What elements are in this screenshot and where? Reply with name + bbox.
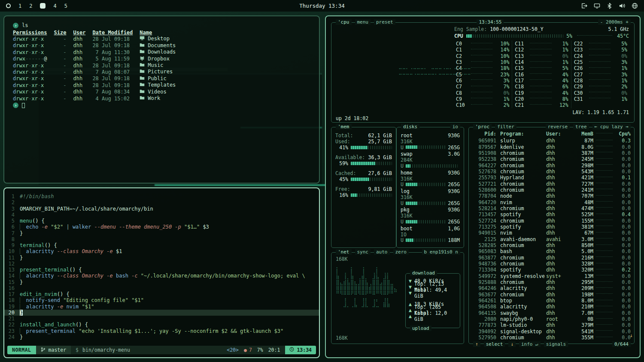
file-row[interactable]: drwx------@-dhh 5 Aug 11:59Dropbox: [13, 56, 182, 62]
column-header[interactable]: Name: [140, 30, 182, 36]
btop-window[interactable]: 'cpu menu preset 13:34:55 - 2000ms + Eng…: [325, 15, 641, 358]
process-row[interactable]: 778704nodedhh707M0.0: [472, 193, 631, 199]
file-row[interactable]: drwxr-xr-x-dhh 7 Aug 08:07Pictures: [13, 69, 182, 75]
code-line[interactable]: 23▏ present_terminal "echo 'Installing $…: [4, 328, 319, 334]
io-mode-toggle[interactable]: io: [450, 124, 460, 130]
proc-panel-title[interactable]: 'proc: [473, 124, 492, 130]
workspace-active-icon[interactable]: [40, 3, 46, 9]
process-row[interactable]: 527950chromiumdhh355M0.0: [472, 335, 631, 339]
logout-icon[interactable]: [581, 3, 587, 9]
info-button[interactable]: info ↵: [519, 341, 541, 347]
column-header[interactable]: Size: [54, 30, 73, 36]
disk-row[interactable]: log930G: [401, 188, 460, 194]
workspace-1[interactable]: 1: [18, 3, 21, 9]
process-row[interactable]: 951908chromiumdhh387M0.0: [472, 150, 631, 156]
code-line[interactable]: 8: [4, 236, 319, 242]
process-column-header[interactable]: Cpu%: [615, 131, 631, 137]
file-row[interactable]: drwxr-xr-x-dhh28 Jul 09:18Desktop: [13, 36, 182, 42]
process-row[interactable]: 965091slurpdhh87M0.3: [472, 138, 631, 144]
workspace-4[interactable]: 4: [53, 3, 56, 9]
process-row[interactable]: 964246alacrittydhh209M0.0: [472, 285, 631, 291]
code-line[interactable]: 10▏ alacritty --class Omarchy -e $1: [4, 248, 319, 254]
code-line[interactable]: 3OMARCHY_BIN_PATH=~/.local/share/omarchy…: [4, 206, 319, 212]
code-line[interactable]: 21: [4, 316, 319, 322]
code-line[interactable]: 15}: [4, 279, 319, 285]
scroll-down-indicator[interactable]: ↓: [630, 332, 633, 338]
code-line[interactable]: 6▏ echo -e "$2" | walker --dmenu --theme…: [4, 224, 319, 230]
screencast-icon[interactable]: [594, 3, 600, 9]
code-line[interactable]: 14▏ alacritty --class Omarchy -e bash -c…: [4, 273, 319, 279]
process-row[interactable]: 965083bashdhh5.0M0.0: [472, 248, 631, 254]
preset-button[interactable]: preset: [374, 19, 395, 25]
code-line[interactable]: 1#!/bin/bash: [4, 193, 319, 199]
process-row[interactable]: 549972systemd-resolvesyst+13M0.0: [472, 273, 631, 279]
code-line[interactable]: 16: [4, 285, 319, 291]
file-row[interactable]: drwxr-xr-x-dhh28 Jul 09:18Public: [13, 75, 182, 82]
editor-window[interactable]: 1#!/bin/bash23OMARCHY_BIN_PATH=~/.local/…: [3, 187, 320, 358]
process-row[interactable]: 777873lm-studiodhh379M0.0: [472, 322, 631, 328]
process-row[interactable]: 527721chromiumdhh727M0.0: [472, 181, 631, 187]
disk-row[interactable]: pkg930G: [401, 207, 460, 213]
filter-button[interactable]: filter: [495, 124, 516, 130]
process-row[interactable]: 925888chromiumdhh295M0.0: [472, 279, 631, 285]
process-row[interactable]: 952238chromiumdhh245M0.0: [472, 156, 631, 162]
code-line[interactable]: 20}: [4, 310, 319, 316]
disks-panel-title[interactable]: disks: [401, 124, 419, 130]
net-auto-button[interactable]: auto: [374, 249, 390, 255]
code-line[interactable]: 2: [4, 199, 319, 205]
process-row[interactable]: 949015nvimdhh67M0.0: [472, 230, 631, 236]
code-line[interactable]: 5menu() {: [4, 218, 319, 224]
mem-panel-title[interactable]: 'mem: [336, 124, 352, 130]
process-row[interactable]: 713457spotifydhh525M0.4: [472, 211, 631, 217]
disk-row[interactable]: boot1,0G: [401, 226, 460, 232]
sort-column-selector[interactable]: ← cpu lazy →: [592, 124, 631, 130]
file-row[interactable]: drwxr-xr-x-dhh28 Jul 09:18Documents: [13, 42, 182, 49]
globe-icon[interactable]: [632, 3, 638, 9]
code-line[interactable]: 9terminal() {: [4, 242, 319, 248]
workspace-5[interactable]: 5: [64, 3, 67, 9]
code-line[interactable]: 19▏ alacritty -e nvim "$1": [4, 304, 319, 310]
file-row[interactable]: drwxr-xr-x-dhh28 Jul 09:18Music: [13, 62, 182, 69]
process-column-header[interactable]: Program:: [496, 131, 546, 137]
process-column-header[interactable]: User:: [546, 131, 571, 137]
process-row[interactable]: 527724chromiumdhh155M0.0: [472, 217, 631, 223]
file-row[interactable]: drwxr-xr-x-dhh28 Jul 09:18Templates: [13, 82, 182, 88]
disk-row[interactable]: swap3.0G: [401, 151, 460, 157]
disk-row[interactable]: home930G: [401, 170, 460, 176]
code-line[interactable]: 18▏ notify-send "Editing config file" "$…: [4, 297, 319, 303]
code-line[interactable]: 17edit_in_nvim() {: [4, 291, 319, 297]
column-header[interactable]: Permissions: [13, 30, 54, 36]
net-sync-button[interactable]: sync: [355, 249, 371, 255]
code-line[interactable]: 4: [4, 212, 319, 218]
file-row[interactable]: drwxr-xr-x-dhh 7 Aug 11:30Downloads: [13, 49, 182, 55]
process-row[interactable]: 2080napi/phy0-0root0B0.0: [472, 316, 631, 322]
file-row[interactable]: drwxr-xr-x-dhh 4 Aug 15:02Work: [13, 95, 182, 102]
process-row[interactable]: 879567kdenlivedhh8.0G0.0: [472, 144, 631, 150]
tree-view-button[interactable]: tree: [573, 124, 589, 130]
code-line[interactable]: 11}: [4, 255, 319, 261]
net-interface-selector[interactable]: b enp191s0 n: [422, 249, 460, 255]
process-row[interactable]: 527678chromiumdhh543M0.0: [472, 169, 631, 175]
process-row[interactable]: 255793Hyprlanddhh421M0.1: [472, 175, 631, 181]
process-row[interactable]: 528214chromiumdhh474M0.0: [472, 205, 631, 211]
workspace-special-icon[interactable]: [6, 3, 11, 8]
select-down-key[interactable]: ↓: [508, 341, 516, 347]
code-line[interactable]: 7}: [4, 230, 319, 236]
select-up-key[interactable]: ↑: [473, 341, 480, 347]
file-row[interactable]: drwxr-xr-x-dhh 7 Aug 08:34Videos: [13, 89, 182, 95]
signals-button[interactable]: signals: [544, 341, 568, 347]
workspace-2[interactable]: 2: [29, 3, 32, 9]
update-interval-control[interactable]: - 2000ms +: [598, 19, 631, 25]
column-header[interactable]: User: [73, 30, 92, 36]
bluetooth-icon[interactable]: [607, 3, 612, 9]
process-row[interactable]: 963877chromiumdhh216M0.0: [472, 255, 631, 261]
process-row[interactable]: 964261btopdhh8.0M0.0: [472, 298, 631, 304]
process-row[interactable]: 528285chromiumdhh850M0.0: [472, 242, 631, 248]
volume-icon[interactable]: [619, 3, 625, 9]
code-editor[interactable]: 1#!/bin/bash23OMARCHY_BIN_PATH=~/.local/…: [4, 193, 319, 343]
process-row[interactable]: 964135swaybgdhh7.0M0.0: [472, 310, 631, 316]
process-row[interactable]: 2125avahi-daemonavahi3.0M0.0: [472, 236, 631, 242]
process-row[interactable]: 963677chromiumdhh198M0.0: [472, 292, 631, 298]
process-row[interactable]: 528600chromiumdhh241M0.0: [472, 187, 631, 193]
net-zero-button[interactable]: zero: [393, 249, 409, 255]
